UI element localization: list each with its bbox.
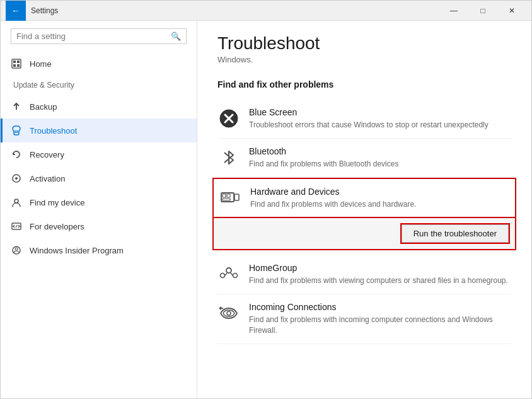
search-icon: 🔍 (171, 32, 181, 41)
hardware-icon (219, 187, 241, 209)
home-icon (11, 58, 22, 69)
maximize-button[interactable]: □ (468, 1, 497, 21)
svg-line-28 (225, 273, 227, 275)
sidebar-item-findmydevice[interactable]: Find my device (1, 190, 197, 214)
section-title: Update & Security (1, 76, 197, 95)
svg-rect-19 (223, 194, 226, 197)
incoming-icon (217, 302, 240, 325)
sidebar-item-fordevelopers[interactable]: For developers (1, 214, 197, 238)
svg-point-9 (15, 177, 18, 180)
troubleshoot-item-incoming[interactable]: Incoming Connections Find and fix proble… (217, 294, 511, 344)
svg-point-27 (233, 274, 238, 278)
sidebar-label-troubleshoot: Troubleshoot (30, 126, 77, 136)
sidebar-item-home[interactable]: Home (1, 52, 197, 76)
run-troubleshooter-section: Run the troubleshooter (212, 218, 516, 250)
sidebar: 🔍 Home Update & Security (1, 21, 197, 398)
bluescreen-desc: Troubleshoot errors that cause Windows t… (249, 120, 511, 130)
backup-icon (11, 101, 22, 112)
svg-point-14 (15, 248, 18, 250)
troubleshoot-icon (11, 125, 22, 136)
bluescreen-info: Blue Screen Troubleshoot errors that cau… (249, 107, 511, 130)
search-input[interactable] (16, 32, 171, 41)
incoming-info: Incoming Connections Find and fix proble… (249, 302, 511, 336)
troubleshoot-item-hardware[interactable]: Hardware and Devices Find and fix proble… (212, 178, 516, 219)
sidebar-item-troubleshoot[interactable]: Troubleshoot (1, 119, 197, 142)
sidebar-label-backup: Backup (30, 102, 57, 112)
minimize-button[interactable]: — (439, 1, 468, 21)
sidebar-label-home: Home (30, 59, 52, 69)
sidebar-label-fordevelopers: For developers (30, 222, 84, 231)
page-subtitle: Windows. (217, 55, 511, 64)
sidebar-label-findmydevice: Find my device (30, 198, 84, 207)
content-area: 🔍 Home Update & Security (1, 21, 531, 398)
main-content: Troubleshoot Windows. Find and fix other… (197, 21, 531, 398)
bluetooth-info: Bluetooth Find and fix problems with Blu… (249, 146, 511, 170)
sidebar-item-windowsinsider[interactable]: Windows Insider Program (1, 238, 197, 262)
bluetooth-name: Bluetooth (249, 146, 511, 156)
svg-point-30 (227, 311, 231, 315)
title-bar: ← Settings — □ ✕ (1, 1, 531, 21)
svg-rect-4 (17, 64, 20, 67)
svg-point-10 (14, 199, 18, 203)
svg-rect-20 (227, 194, 230, 197)
activation-icon (11, 173, 22, 184)
bluescreen-name: Blue Screen (249, 107, 511, 117)
close-button[interactable]: ✕ (497, 1, 526, 21)
window-controls: — □ ✕ (439, 1, 526, 21)
findmydevice-icon (11, 197, 22, 208)
svg-point-26 (221, 274, 225, 278)
windowsinsider-icon (11, 245, 22, 256)
recovery-icon (11, 149, 22, 160)
search-box[interactable]: 🔍 (11, 28, 187, 44)
hardware-info: Hardware and Devices Find and fix proble… (250, 187, 510, 210)
svg-rect-21 (223, 199, 230, 200)
hardware-desc: Find and fix problems with devices and h… (250, 199, 510, 210)
incoming-desc: Find and fix problems with incoming comp… (249, 315, 511, 336)
bluetooth-desc: Find and fix problems with Bluetooth dev… (249, 159, 511, 170)
sidebar-label-activation: Activation (30, 174, 65, 183)
homegroup-icon (217, 263, 240, 286)
sidebar-item-activation[interactable]: Activation (1, 166, 197, 190)
svg-point-25 (226, 268, 231, 273)
troubleshoot-item-bluetooth[interactable]: Bluetooth Find and fix problems with Blu… (217, 139, 511, 178)
troubleshoot-item-bluescreen[interactable]: Blue Screen Troubleshoot errors that cau… (217, 100, 511, 139)
homegroup-name: HomeGroup (249, 263, 511, 273)
svg-line-29 (231, 273, 233, 275)
sidebar-label-recovery: Recovery (30, 150, 64, 159)
svg-rect-2 (17, 61, 20, 63)
homegroup-info: HomeGroup Find and fix problems with vie… (249, 263, 511, 286)
fordevelopers-icon (11, 221, 22, 232)
homegroup-desc: Find and fix problems with viewing compu… (249, 275, 511, 286)
section-heading: Find and fix other problems (217, 79, 511, 90)
svg-rect-1 (13, 61, 16, 63)
sidebar-item-recovery[interactable]: Recovery (1, 142, 197, 166)
bluetooth-icon (217, 146, 240, 169)
search-container: 🔍 (1, 21, 197, 52)
page-title: Troubleshoot (217, 33, 511, 54)
svg-rect-22 (234, 194, 239, 200)
window-title: Settings (31, 6, 439, 15)
back-button[interactable]: ← (6, 1, 26, 21)
sidebar-item-backup[interactable]: Backup (1, 95, 197, 119)
troubleshoot-item-homegroup[interactable]: HomeGroup Find and fix problems with vie… (217, 255, 511, 294)
incoming-name: Incoming Connections (249, 302, 511, 312)
hardware-name: Hardware and Devices (250, 187, 510, 197)
svg-rect-3 (13, 64, 16, 67)
bluescreen-icon (217, 107, 240, 130)
svg-line-12 (16, 225, 17, 228)
sidebar-label-windowsinsider: Windows Insider Program (30, 246, 124, 255)
run-troubleshooter-button[interactable]: Run the troubleshooter (402, 224, 509, 243)
main-window: ← Settings — □ ✕ 🔍 (0, 0, 532, 399)
